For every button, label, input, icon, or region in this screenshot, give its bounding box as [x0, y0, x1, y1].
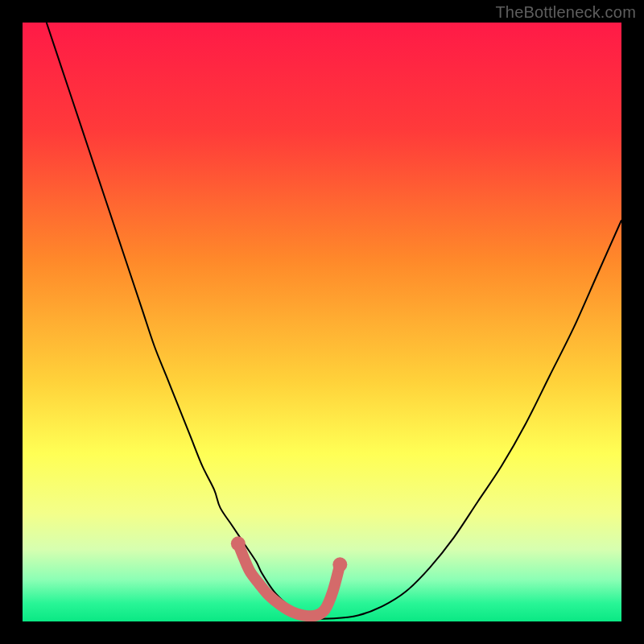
chart-svg	[23, 23, 621, 621]
plot-area	[23, 23, 621, 621]
marker-dot	[231, 536, 246, 551]
marker-dot	[332, 557, 347, 572]
gradient-background	[23, 23, 621, 621]
watermark-text: TheBottleneck.com	[495, 3, 636, 22]
chart-frame: TheBottleneck.com	[0, 0, 644, 644]
